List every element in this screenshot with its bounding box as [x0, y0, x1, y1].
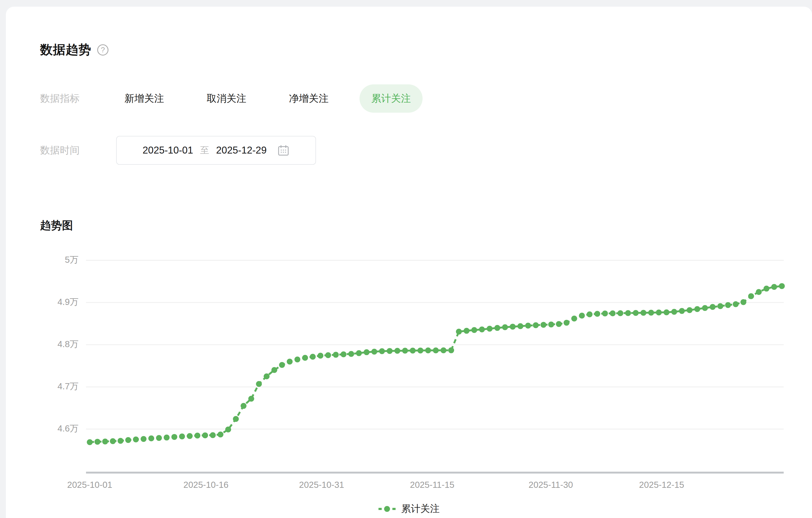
tab-net-followers[interactable]: 净增关注	[277, 84, 340, 113]
metric-tabs: 新增关注 取消关注 净增关注 累计关注	[93, 84, 423, 113]
date-separator: 至	[200, 144, 209, 156]
data-trend-card: 数据趋势 ? 数据指标 新增关注 取消关注 净增关注 累计关注 数据时间 202…	[6, 7, 812, 518]
tab-unfollows[interactable]: 取消关注	[195, 84, 258, 113]
x-tick-label: 2025-11-30	[511, 480, 591, 490]
chart-section-title: 趋势图	[40, 218, 73, 233]
x-tick-label: 2025-10-16	[166, 480, 246, 490]
end-date-value[interactable]: 2025-12-29	[216, 145, 267, 156]
legend-marker-icon	[378, 506, 397, 512]
page-header: 数据趋势 ?	[40, 41, 109, 58]
x-tick-label: 2025-10-01	[50, 480, 130, 490]
tab-cumulative-followers[interactable]: 累计关注	[359, 84, 423, 113]
help-icon[interactable]: ?	[97, 44, 109, 56]
time-row: 数据时间 2025-10-01 至 2025-12-29	[40, 132, 316, 169]
y-tick-label: 5万	[22, 254, 79, 266]
x-tick-label: 2025-10-31	[282, 480, 362, 490]
chart-legend[interactable]: 累计关注	[6, 502, 812, 515]
y-tick-label: 4.8万	[22, 338, 79, 350]
metric-row-label: 数据指标	[40, 92, 93, 105]
legend-label: 累计关注	[401, 502, 440, 515]
y-tick-label: 4.9万	[22, 296, 79, 308]
start-date-value[interactable]: 2025-10-01	[143, 145, 193, 156]
calendar-icon[interactable]	[277, 144, 290, 156]
metric-row: 数据指标 新增关注 取消关注 净增关注 累计关注	[40, 81, 423, 116]
trend-line-chart	[86, 255, 786, 477]
date-range-picker[interactable]: 2025-10-01 至 2025-12-29	[116, 136, 316, 165]
y-tick-label: 4.6万	[22, 423, 79, 435]
page-title: 数据趋势	[40, 41, 91, 58]
tab-new-followers[interactable]: 新增关注	[113, 84, 176, 113]
time-row-label: 数据时间	[40, 144, 93, 157]
x-tick-label: 2025-11-15	[392, 480, 472, 490]
y-tick-label: 4.7万	[22, 380, 79, 393]
x-tick-label: 2025-12-15	[621, 480, 702, 490]
